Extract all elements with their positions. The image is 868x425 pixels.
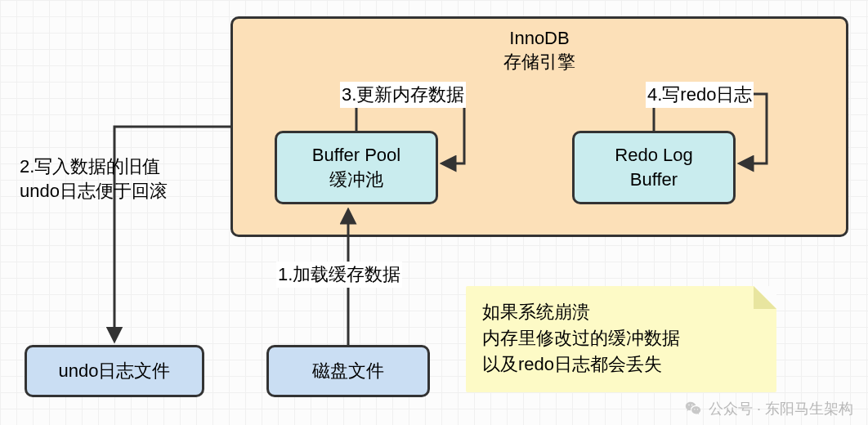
- note-line1: 如果系统崩溃: [482, 299, 760, 325]
- label-step3: 3.更新内存数据: [340, 82, 466, 108]
- buffer-pool-line1: Buffer Pool: [312, 143, 400, 168]
- redo-log-buffer-box: Redo Log Buffer: [572, 131, 736, 204]
- label-step2: 2.写入数据的旧值 undo日志便于回滚: [18, 154, 169, 204]
- innodb-title: InnoDB 存储引擎: [503, 27, 575, 74]
- innodb-title-line2: 存储引擎: [503, 51, 575, 74]
- undo-log-file-box: undo日志文件: [25, 345, 204, 397]
- label-step2-line1: 2.写入数据的旧值: [20, 154, 168, 179]
- watermark: 公众号 · 东阳马生架构: [684, 399, 853, 418]
- redo-buffer-line2: Buffer: [630, 168, 678, 192]
- crash-note: 如果系统崩溃 内存里修改过的缓冲数据 以及redo日志都会丢失: [466, 286, 776, 392]
- innodb-title-line1: InnoDB: [503, 27, 575, 51]
- disk-file-box: 磁盘文件: [266, 345, 430, 397]
- label-step1: 1.加载缓存数据: [276, 262, 402, 288]
- disk-file-label: 磁盘文件: [312, 359, 384, 383]
- label-step4: 4.写redo日志: [646, 82, 754, 108]
- label-step2-line2: undo日志便于回滚: [20, 179, 168, 204]
- watermark-text: 公众号 · 东阳马生架构: [709, 399, 853, 418]
- buffer-pool-box: Buffer Pool 缓冲池: [275, 131, 438, 204]
- buffer-pool-line2: 缓冲池: [329, 168, 383, 192]
- undo-file-label: undo日志文件: [59, 359, 171, 383]
- note-line2: 内存里修改过的缓冲数据: [482, 325, 760, 351]
- note-line3: 以及redo日志都会丢失: [482, 351, 760, 378]
- wechat-icon: [684, 400, 702, 418]
- redo-buffer-line1: Redo Log: [615, 143, 692, 168]
